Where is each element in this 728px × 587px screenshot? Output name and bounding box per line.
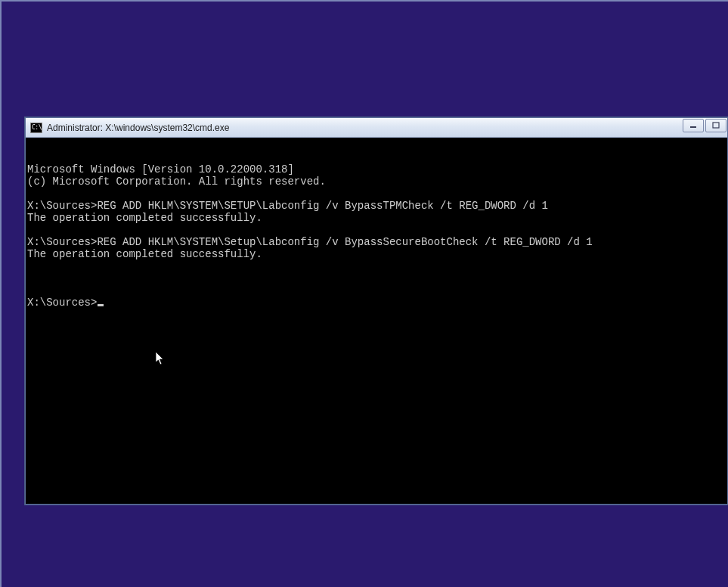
left-border — [0, 0, 2, 587]
maximize-button[interactable] — [705, 119, 726, 132]
window-controls — [683, 119, 727, 132]
terminal-line: Microsoft Windows [Version 10.0.22000.31… — [27, 163, 727, 175]
terminal-line: (c) Microsoft Corporation. All rights re… — [27, 175, 727, 188]
cmd-icon: C:\ — [30, 123, 42, 133]
svg-rect-1 — [713, 123, 719, 128]
cmd-icon-text: C:\ — [32, 125, 42, 131]
top-border — [0, 0, 728, 2]
text-cursor — [98, 304, 104, 306]
prompt: X:\Sources> — [27, 297, 97, 309]
terminal-line — [27, 260, 727, 272]
window-title: Administrator: X:\windows\system32\cmd.e… — [47, 123, 229, 133]
terminal-output[interactable]: Microsoft Windows [Version 10.0.22000.31… — [26, 138, 727, 504]
maximize-icon — [712, 122, 720, 129]
svg-rect-0 — [690, 126, 696, 128]
terminal-line: The operation completed successfully. — [27, 248, 727, 260]
cmd-window: C:\ Administrator: X:\windows\system32\c… — [25, 117, 728, 505]
terminal-line — [27, 188, 727, 200]
terminal-line: The operation completed successfully. — [27, 212, 727, 224]
minimize-icon — [689, 122, 697, 129]
terminal-line: X:\Sources>REG ADD HKLM\SYSTEM\Setup\Lab… — [27, 236, 727, 248]
minimize-button[interactable] — [683, 119, 704, 132]
mouse-cursor-icon — [156, 352, 165, 365]
terminal-line — [27, 224, 727, 236]
titlebar[interactable]: C:\ Administrator: X:\windows\system32\c… — [26, 118, 727, 138]
terminal-line: X:\Sources>REG ADD HKLM\SYSTEM\SETUP\Lab… — [27, 200, 727, 212]
